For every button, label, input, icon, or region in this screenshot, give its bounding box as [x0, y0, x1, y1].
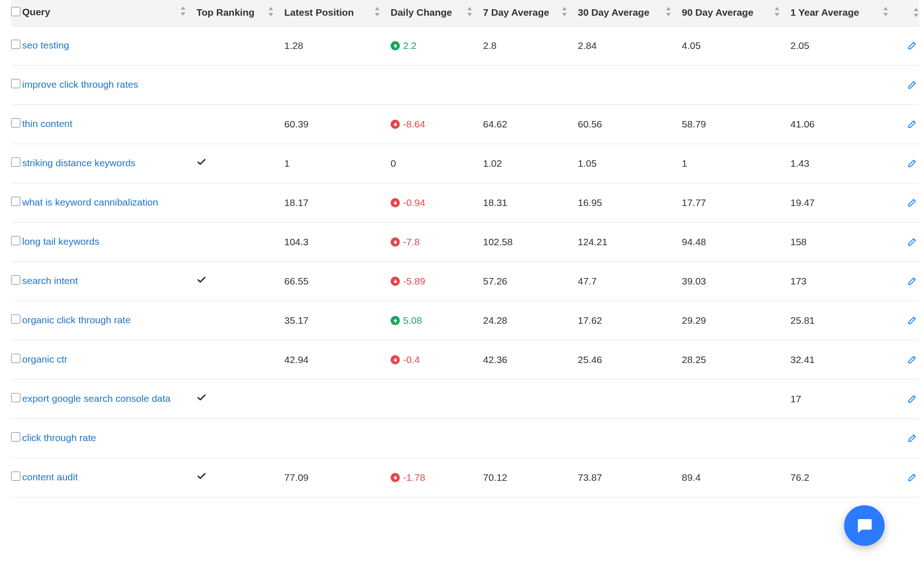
col-7d[interactable]: 7 Day Average: [478, 0, 573, 26]
cell-7d: 42.36: [478, 340, 573, 379]
edit-button[interactable]: [906, 470, 919, 484]
col-latest-label: Latest Position: [284, 7, 354, 18]
cell-latest: [279, 379, 386, 418]
sort-updown-icon[interactable]: [179, 6, 186, 16]
cell-1y: 1.43: [785, 144, 894, 183]
cell-90d: 1: [677, 144, 785, 183]
cell-daily: [386, 65, 478, 104]
row-select-checkbox[interactable]: [11, 118, 20, 127]
edit-button[interactable]: [906, 78, 919, 91]
query-link[interactable]: search intent: [22, 275, 78, 286]
col-daily[interactable]: Daily Change: [386, 0, 478, 26]
edit-button[interactable]: [906, 392, 919, 406]
cell-latest: 35.17: [279, 301, 386, 340]
arrow-up-circle-icon: [391, 316, 400, 325]
col-90d[interactable]: 90 Day Average: [677, 0, 785, 26]
cell-top-ranking: [191, 261, 279, 301]
chat-bubble-icon: [855, 516, 874, 535]
sort-updown-icon[interactable]: [466, 7, 473, 16]
cell-30d: 60.56: [573, 104, 677, 144]
cell-7d: 102.58: [478, 222, 573, 261]
row-select-checkbox[interactable]: [11, 315, 20, 324]
cell-90d: 58.79: [677, 104, 785, 144]
query-link[interactable]: striking distance keywords: [22, 157, 135, 169]
cell-7d: 24.28: [478, 301, 573, 340]
row-select-checkbox[interactable]: [11, 236, 20, 245]
col-top-label: Top Ranking: [196, 7, 255, 18]
cell-30d: 124.21: [573, 222, 677, 261]
query-link[interactable]: long tail keywords: [22, 236, 99, 247]
daily-change-value: -1.78: [403, 472, 425, 483]
query-link[interactable]: what is keyword cannibalization: [22, 197, 158, 208]
edit-button[interactable]: [906, 156, 919, 170]
cell-latest: 18.17: [279, 183, 386, 222]
sort-updown-icon[interactable]: [561, 7, 568, 16]
query-link[interactable]: click through rate: [22, 432, 96, 443]
query-link[interactable]: export google search console data: [22, 393, 171, 404]
col-top[interactable]: Top Ranking: [191, 0, 279, 26]
row-select-checkbox[interactable]: [11, 472, 20, 481]
row-select-checkbox[interactable]: [11, 354, 20, 363]
edit-icon: [907, 393, 918, 404]
check-icon: [196, 157, 207, 167]
arrow-down-circle-icon: [391, 473, 400, 482]
edit-button[interactable]: [906, 431, 919, 445]
edit-button[interactable]: [906, 235, 919, 248]
cell-7d: [478, 418, 573, 458]
row-select-checkbox[interactable]: [11, 79, 20, 88]
select-all-checkbox[interactable]: [11, 7, 20, 16]
edit-button[interactable]: [906, 117, 919, 131]
query-link[interactable]: organic click through rate: [22, 315, 131, 326]
chat-button[interactable]: [844, 505, 885, 546]
edit-button[interactable]: [906, 38, 919, 52]
col-query-label: Query: [22, 6, 50, 18]
query-link[interactable]: seo testing: [22, 40, 69, 51]
daily-change-value: -0.4: [403, 354, 420, 365]
sort-updown-icon[interactable]: [912, 8, 919, 17]
cell-1y: 158: [785, 222, 894, 261]
sort-updown-icon[interactable]: [373, 7, 380, 16]
row-select-checkbox[interactable]: [11, 40, 20, 49]
cell-30d: 73.87: [573, 458, 677, 497]
table-row: striking distance keywords101.021.0511.4…: [11, 144, 919, 183]
col-1y-label: 1 Year Average: [790, 7, 859, 18]
edit-icon: [907, 79, 918, 90]
sort-updown-icon[interactable]: [882, 7, 889, 16]
edit-button[interactable]: [906, 195, 919, 209]
row-select-checkbox[interactable]: [11, 157, 20, 167]
query-link[interactable]: improve click through rates: [22, 79, 138, 90]
col-30d-label: 30 Day Average: [578, 7, 649, 18]
cell-top-ranking: [191, 183, 279, 222]
row-select-checkbox[interactable]: [11, 197, 20, 206]
col-30d[interactable]: 30 Day Average: [573, 0, 677, 26]
row-select-checkbox[interactable]: [11, 432, 20, 442]
table-row: thin content60.39-8.6464.6260.5658.7941.…: [11, 104, 919, 144]
row-select-checkbox[interactable]: [11, 275, 20, 284]
edit-button[interactable]: [906, 313, 919, 327]
cell-90d: [677, 379, 785, 418]
cell-30d: 1.05: [573, 144, 677, 183]
edit-button[interactable]: [906, 352, 919, 366]
sort-updown-icon[interactable]: [773, 7, 780, 16]
column-header-row: Query Top Ranking Latest Position Daily …: [11, 0, 919, 26]
cell-30d: 16.95: [573, 183, 677, 222]
cell-7d: [478, 65, 573, 104]
cell-30d: 2.84: [573, 26, 677, 65]
col-query[interactable]: Query: [11, 0, 191, 26]
row-select-checkbox[interactable]: [11, 393, 20, 402]
cell-latest: 60.39: [279, 104, 386, 144]
col-1y[interactable]: 1 Year Average: [785, 0, 894, 26]
cell-7d: 70.12: [478, 458, 573, 497]
edit-button[interactable]: [906, 274, 919, 288]
query-link[interactable]: thin content: [22, 118, 73, 129]
cell-daily: -1.78: [386, 458, 478, 497]
sort-updown-icon[interactable]: [665, 7, 672, 16]
query-link[interactable]: organic ctr: [22, 354, 67, 365]
daily-change-value: 0: [391, 158, 396, 169]
edit-icon: [907, 40, 918, 51]
col-latest[interactable]: Latest Position: [279, 0, 386, 26]
query-link[interactable]: content audit: [22, 472, 78, 483]
cell-top-ranking: [191, 301, 279, 340]
table-row: long tail keywords104.3-7.8102.58124.219…: [11, 222, 919, 261]
sort-updown-icon[interactable]: [267, 7, 274, 16]
